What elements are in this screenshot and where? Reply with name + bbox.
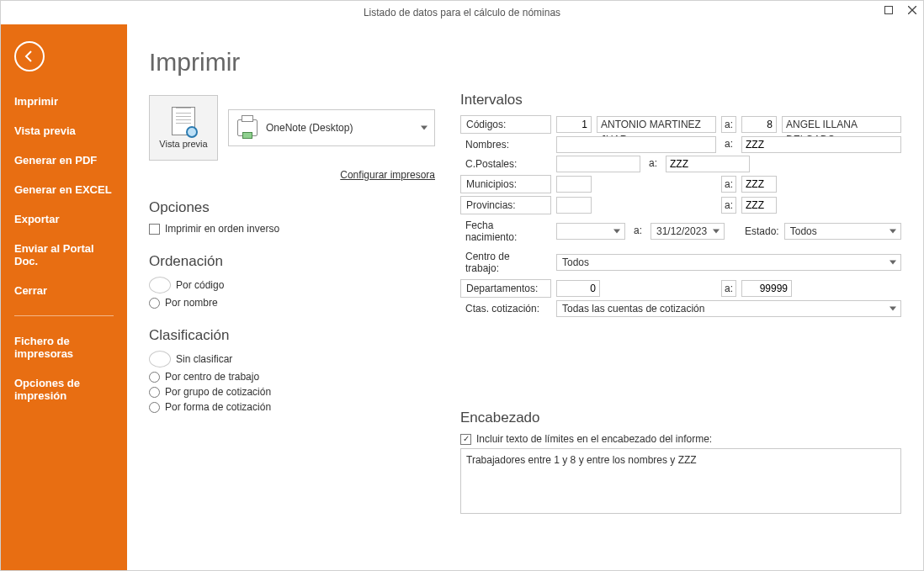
range-a: a: [721,280,736,297]
chevron-down-icon [889,307,896,311]
sidebar-item-exportar[interactable]: Exportar [1,204,127,234]
chevron-down-icon [613,230,620,234]
radio-por-codigo[interactable]: Por código [149,277,435,293]
estado-label: Estado: [745,225,779,237]
provincias-label[interactable]: Provincias: [460,196,551,214]
centro-select[interactable]: Todos [556,254,901,271]
document-preview-icon [172,107,195,135]
chevron-down-icon [713,230,720,234]
sidebar-item-enviar-portal[interactable]: Enviar al Portal Doc. [1,234,127,276]
include-limits-checkbox[interactable]: ✓ Incluir texto de límites en el encabez… [460,433,901,445]
titlebar: Listado de datos para el cálculo de nómi… [1,1,923,24]
fecha-to-value: 31/12/2023 [656,225,707,237]
provincias-to-input[interactable] [741,197,777,214]
codigos-from-input[interactable] [556,116,592,133]
sidebar: Imprimir Vista previa Generar en PDF Gen… [1,24,127,570]
range-a: a: [721,197,736,214]
printer-select[interactable]: OneNote (Desktop) [228,109,435,146]
radio-icon [149,298,160,309]
radio-label: Por forma de cotización [165,401,271,413]
ctas-select[interactable]: Todas las cuentas de cotización [556,300,901,317]
radio-icon [149,387,160,398]
chevron-down-icon [889,230,896,234]
sidebar-item-fichero-impresoras[interactable]: Fichero de impresoras [1,326,127,368]
section-opciones: Opciones [149,199,435,216]
radio-label: Sin clasificar [176,353,232,365]
checkbox-icon [149,224,160,235]
sidebar-item-generar-excel[interactable]: Generar en EXCEL [1,175,127,204]
section-encabezado: Encabezado [460,410,901,426]
include-limits-label: Incluir texto de límites en el encabezad… [476,433,712,445]
sidebar-item-generar-pdf[interactable]: Generar en PDF [1,145,127,175]
page-title: Imprimir [149,48,435,77]
range-a: a: [630,223,645,240]
section-intervalos: Intervalos [460,92,901,108]
municipios-from-input[interactable] [556,176,592,193]
codigos-to-name: ANGEL ILLANA DELGADO [782,116,901,133]
dept-from-input[interactable] [556,280,600,297]
nombres-to-input[interactable] [741,136,901,153]
dept-to-input[interactable] [741,280,792,297]
header-textarea[interactable]: Trabajadores entre 1 y 8 y entre los nom… [460,448,901,514]
radio-label: Por código [176,279,224,291]
cpostales-label: C.Postales: [460,156,551,172]
radio-por-forma[interactable]: Por forma de cotización [149,401,435,413]
fecha-label: Fecha nacimiento: [460,217,551,246]
cpostales-from-input[interactable] [556,156,640,172]
sidebar-item-vista-previa[interactable]: Vista previa [1,116,127,145]
cpostales-to-input[interactable] [666,156,750,172]
radio-icon [149,277,171,293]
printer-name: OneNote (Desktop) [266,122,353,134]
ctas-value: Todas las cuentas de cotización [562,303,704,315]
codigos-to-input[interactable] [741,116,777,133]
codigos-from-name: ANTONIO MARTINEZ JUAR [597,116,716,133]
municipios-label[interactable]: Municipios: [460,175,551,193]
radio-icon [149,351,171,367]
svg-rect-0 [885,7,893,14]
range-a: a: [721,116,736,133]
radio-por-grupo[interactable]: Por grupo de cotización [149,386,435,398]
radio-icon [149,402,160,413]
fecha-to-select[interactable]: 31/12/2023 [651,223,725,240]
estado-value: Todos [790,225,817,237]
configure-printer-link[interactable]: Configurar impresora [149,169,435,181]
fecha-from-select[interactable] [556,223,625,240]
sidebar-item-cerrar[interactable]: Cerrar [1,276,127,305]
checkbox-checked-icon: ✓ [460,434,471,445]
range-a: a: [721,176,736,193]
radio-icon [149,372,160,383]
sidebar-item-opciones-impresion[interactable]: Opciones de impresión [1,368,127,410]
radio-label: Por centro de trabajo [165,371,259,383]
sidebar-separator [14,315,114,316]
dept-label[interactable]: Departamentos: [460,279,551,298]
reverse-order-label: Imprimir en orden inverso [165,223,279,235]
section-ordenacion: Ordenación [149,253,435,270]
radio-por-nombre[interactable]: Por nombre [149,297,435,309]
radio-sin-clasificar[interactable]: Sin clasificar [149,351,435,367]
radio-label: Por grupo de cotización [165,386,271,398]
reverse-order-checkbox[interactable]: Imprimir en orden inverso [149,223,435,235]
window-title: Listado de datos para el cálculo de nómi… [364,7,560,19]
codigos-label[interactable]: Códigos: [460,115,551,134]
preview-button[interactable]: Vista previa [149,95,218,161]
centro-label: Centro de trabajo: [460,248,551,277]
ctas-label: Ctas. cotización: [460,300,551,317]
printer-icon [237,119,258,136]
nombres-from-input[interactable] [556,136,716,153]
nombres-label: Nombres: [460,136,551,153]
estado-select[interactable]: Todos [784,223,901,240]
chevron-down-icon [421,126,427,130]
centro-value: Todos [562,256,589,268]
municipios-to-input[interactable] [741,176,777,193]
section-clasificacion: Clasificación [149,327,435,344]
back-button[interactable] [14,41,45,71]
radio-label: Por nombre [165,297,218,309]
provincias-from-input[interactable] [556,197,592,214]
preview-label: Vista previa [159,139,207,149]
close-icon[interactable] [905,3,920,18]
maximize-icon[interactable] [881,3,896,18]
sidebar-item-imprimir[interactable]: Imprimir [1,87,127,116]
chevron-down-icon [889,261,896,265]
radio-por-centro[interactable]: Por centro de trabajo [149,371,435,383]
range-a: a: [645,156,661,172]
